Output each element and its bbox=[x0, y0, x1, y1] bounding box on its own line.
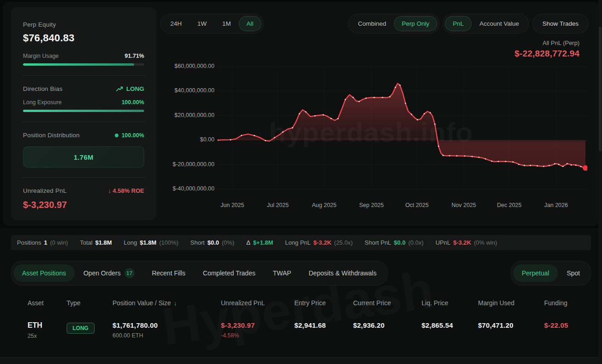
tab-1m[interactable]: 1M bbox=[214, 16, 239, 31]
x-axis-tick: Sep 2025 bbox=[359, 202, 384, 208]
toggle-perp-only[interactable]: Perp Only bbox=[394, 16, 437, 31]
header-margin-used[interactable]: Margin Used bbox=[478, 299, 544, 307]
page-scrollbar bbox=[598, 0, 602, 364]
tab-1w[interactable]: 1W bbox=[190, 16, 214, 31]
positions-tabs: Asset Positions Open Orders17 Recent Fil… bbox=[11, 261, 388, 286]
margin-usage-label: Margin Usage bbox=[23, 53, 59, 59]
summary-upnl-value: $-3.2K bbox=[453, 239, 471, 246]
x-axis-tick: Nov 2025 bbox=[451, 202, 476, 208]
cell-entry-price: $2,941.68 bbox=[294, 321, 353, 329]
y-axis-tick: $60,000,000.00 bbox=[174, 63, 214, 69]
tab-twap-label: TWAP bbox=[273, 269, 291, 277]
sort-down-icon: ↓ bbox=[174, 300, 177, 307]
summary-long-value: $1.8M bbox=[140, 239, 157, 246]
tab-open-orders-label: Open Orders bbox=[84, 269, 121, 277]
positions-summary-bar: Positions1(0 win) Total$1.8M Long$1.8M(1… bbox=[11, 235, 591, 250]
x-axis-tick: Aug 2025 bbox=[312, 202, 337, 208]
summary-delta-label: Δ bbox=[246, 239, 250, 246]
distribution-dot-icon bbox=[115, 134, 118, 137]
account-stats-card: Perp Equity $76,840.83 Margin Usage 91.7… bbox=[11, 7, 156, 220]
cell-current-price: $2,936.20 bbox=[353, 321, 422, 329]
header-unrealized-pnl[interactable]: Unrealized PnL bbox=[221, 299, 294, 307]
tab-24h[interactable]: 24H bbox=[163, 16, 190, 31]
x-axis-tick: Jul 2025 bbox=[267, 202, 288, 208]
open-orders-count-badge: 17 bbox=[124, 268, 135, 278]
scrollbar-thumb[interactable] bbox=[599, 27, 602, 151]
header-liq-price[interactable]: Liq. Price bbox=[422, 299, 478, 307]
header-type[interactable]: Type bbox=[67, 299, 113, 307]
pnl-area-chart[interactable] bbox=[218, 60, 587, 197]
y-axis-tick: $40,000,000.00 bbox=[174, 87, 214, 94]
divider bbox=[21, 177, 146, 178]
position-distribution-value: 100.00% bbox=[122, 132, 144, 139]
margin-usage-bar-fill bbox=[23, 63, 134, 66]
summary-long-pnl-value: $-3.2K bbox=[314, 239, 332, 246]
header-asset[interactable]: Asset bbox=[28, 299, 67, 307]
position-row-eth[interactable]: ETH 25x LONG $1,761,780.00 600.00 ETH $-… bbox=[28, 321, 591, 339]
summary-short-label: Short bbox=[191, 239, 205, 246]
summary-positions-suffix: (0 win) bbox=[50, 239, 68, 246]
summary-upnl-label: UPnL bbox=[435, 239, 450, 246]
divider bbox=[21, 122, 146, 122]
cell-funding: $-22.05 bbox=[544, 321, 591, 329]
summary-long-suffix: (100%) bbox=[159, 239, 179, 246]
summary-positions-label: Positions bbox=[17, 239, 41, 246]
positions-panel: Hyperdash Positions1(0 win) Total$1.8M L… bbox=[0, 228, 602, 364]
cell-asset: ETH 25x bbox=[28, 321, 67, 339]
x-axis-tick: Jan 2026 bbox=[544, 202, 568, 208]
tab-twap[interactable]: TWAP bbox=[264, 264, 300, 282]
tab-deposits-withdrawals-label: Deposits & Withdrawals bbox=[309, 269, 377, 277]
x-axis-tick: Oct 2025 bbox=[405, 202, 429, 208]
summary-short-pnl-label: Short PnL bbox=[365, 239, 391, 246]
tab-completed-trades-label: Completed Trades bbox=[203, 269, 255, 277]
header-position-value-size[interactable]: Position Value / Size↓ bbox=[113, 299, 221, 307]
tab-completed-trades[interactable]: Completed Trades bbox=[194, 264, 264, 282]
toggle-account-value[interactable]: Account Value bbox=[472, 16, 527, 31]
long-exposure-label: Long Exposure bbox=[23, 99, 62, 106]
pnl-chart: $60,000,000.00$40,000,000.00$20,000,000.… bbox=[167, 60, 594, 213]
toggle-perpetual[interactable]: Perpetual bbox=[513, 264, 558, 282]
all-pnl-label: All PnL (Perp) bbox=[515, 39, 579, 46]
roe-down-arrow-icon: ↓ bbox=[108, 187, 111, 194]
distribution-segment-value: 1.76M bbox=[73, 153, 93, 161]
tab-recent-fills[interactable]: Recent Fills bbox=[143, 264, 194, 282]
perp-equity-label: Perp Equity bbox=[23, 21, 144, 28]
summary-positions-value: 1 bbox=[44, 239, 47, 246]
chart-view-toggles: Combined Perp Only PnL Account Value Sho… bbox=[348, 14, 589, 34]
margin-usage-value: 91.71% bbox=[125, 53, 144, 59]
chart-y-axis: $60,000,000.00$40,000,000.00$20,000,000.… bbox=[167, 60, 216, 197]
metric-toggle-group: PnL Account Value bbox=[443, 14, 529, 34]
long-exposure-bar bbox=[23, 110, 144, 112]
tab-recent-fills-label: Recent Fills bbox=[152, 269, 186, 277]
row-upnl-roe: -4.58% bbox=[221, 332, 294, 339]
toggle-combined[interactable]: Combined bbox=[350, 16, 394, 31]
header-funding[interactable]: Funding bbox=[544, 299, 591, 307]
asset-leverage: 25x bbox=[28, 333, 67, 339]
summary-delta-value: $+1.8M bbox=[253, 239, 273, 246]
long-exposure-bar-fill bbox=[23, 110, 144, 112]
summary-long-pnl-label: Long PnL bbox=[285, 239, 311, 246]
tab-all[interactable]: All bbox=[239, 16, 261, 31]
cell-type: LONG bbox=[67, 321, 113, 334]
show-trades-button[interactable]: Show Trades bbox=[534, 16, 586, 31]
tab-asset-positions[interactable]: Asset Positions bbox=[13, 264, 75, 282]
tab-deposits-withdrawals[interactable]: Deposits & Withdrawals bbox=[300, 264, 385, 282]
perp-equity-value: $76,840.83 bbox=[23, 32, 144, 44]
y-axis-tick: $20,000,000.00 bbox=[174, 112, 214, 118]
y-axis-tick: $-20,000,000.00 bbox=[173, 161, 214, 168]
long-badge: LONG bbox=[67, 323, 95, 334]
position-size: 600.00 ETH bbox=[113, 332, 221, 339]
summary-long-label: Long bbox=[124, 239, 137, 246]
overview-panel: Perp Equity $76,840.83 Margin Usage 91.7… bbox=[3, 2, 599, 226]
header-entry-price[interactable]: Entry Price bbox=[294, 299, 353, 307]
divider bbox=[21, 75, 146, 76]
header-current-price[interactable]: Current Price bbox=[353, 299, 422, 307]
summary-long-pnl-suffix: (25.0x) bbox=[334, 239, 353, 246]
toggle-spot[interactable]: Spot bbox=[558, 264, 589, 282]
tab-open-orders[interactable]: Open Orders17 bbox=[75, 263, 143, 283]
direction-bias-label: Direction Bias bbox=[23, 85, 62, 92]
position-value: $1,761,780.00 bbox=[113, 321, 221, 329]
summary-total-label: Total bbox=[80, 239, 92, 246]
cell-position-value: $1,761,780.00 600.00 ETH bbox=[113, 321, 221, 339]
toggle-pnl[interactable]: PnL bbox=[445, 16, 472, 31]
